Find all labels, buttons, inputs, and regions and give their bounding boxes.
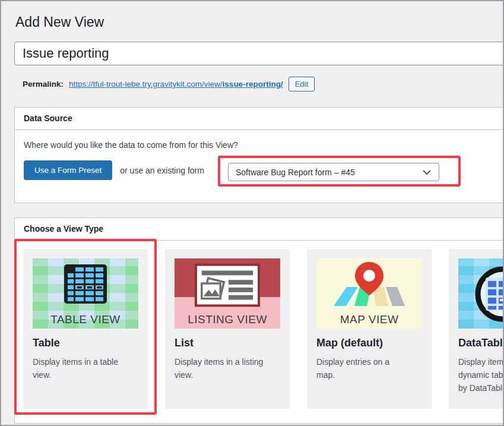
view-type-heading: Choose a View Type [15,218,504,241]
data-source-panel: Data Source Where would you like the dat… [14,107,504,203]
card-desc-map: Display entries on a map. [316,355,407,381]
view-type-card-table[interactable]: TABLE VIEW Table Display items in a tabl… [23,249,148,409]
selected-form-value: Software Bug Report form – #45 [236,168,422,177]
permalink-url-slug: issue-reporting/ [223,80,283,89]
view-type-card-datatables[interactable]: DataTables Display items in a dynamic ta… [449,249,504,409]
permalink-label: Permalink: [23,80,64,89]
card-desc-list: Display items in a listing view. [175,355,265,381]
listing-view-image: LISTING VIEW [175,258,280,329]
permalink-link[interactable]: https://tful-trout-lebe.try.gravitykit.c… [69,80,283,89]
map-view-caption: MAP VIEW [316,313,422,326]
data-source-question: Where would you like the data to come fr… [15,130,504,150]
edit-permalink-button[interactable]: Edit [289,77,315,91]
existing-form-select[interactable]: Software Bug Report form – #45 [228,163,439,181]
listing-view-caption: LISTING VIEW [175,313,280,326]
page-title: Add New View [15,14,104,30]
table-view-caption: TABLE VIEW [33,313,138,326]
table-grid-icon [64,264,107,304]
chevron-down-icon [422,169,432,175]
card-title-datatables: DataTables [458,337,504,349]
view-type-card-map[interactable]: MAP VIEW Map (default) Display entries o… [307,249,432,409]
add-new-view-page: Add New View Permalink: https://tful-tro… [0,0,504,426]
view-title-input[interactable] [14,42,504,65]
card-title-map: Map (default) [316,337,422,349]
datatables-view-image [458,258,504,329]
map-view-image: MAP VIEW [316,258,422,329]
table-view-image: TABLE VIEW [33,258,138,329]
data-source-heading: Data Source [15,108,504,130]
listing-card-icon [195,263,260,307]
card-title-list: List [175,337,280,349]
datatables-magnifier-icon [458,258,504,329]
view-type-panel: Choose a View Type [14,217,504,424]
view-type-card-list[interactable]: LISTING VIEW List Display items in a lis… [165,249,290,409]
or-existing-form-label: or use an existing form [120,166,204,175]
data-source-actions: Use a Form Preset or use an existing for… [24,160,204,180]
card-desc-table: Display items in a table view. [33,355,131,381]
card-desc-datatables: Display items in a dynamic table powered… [458,355,504,395]
permalink-url-base: https://tful-trout-lebe.try.gravitykit.c… [69,80,223,89]
card-title-table: Table [33,337,138,349]
view-type-cards: TABLE VIEW Table Display items in a tabl… [15,241,504,409]
permalink: Permalink: https://tful-trout-lebe.try.g… [23,77,315,91]
map-pin-icon [330,260,408,310]
use-form-preset-button[interactable]: Use a Form Preset [24,160,112,180]
